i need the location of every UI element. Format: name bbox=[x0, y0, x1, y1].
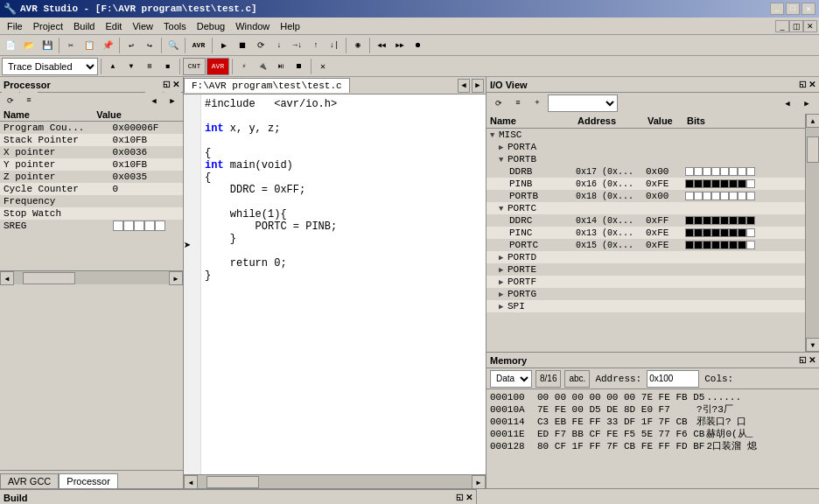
io-row-portb-grp[interactable]: ▼PORTB bbox=[486, 153, 805, 165]
undo-button[interactable]: ↩ bbox=[122, 37, 140, 54]
io-row-portc-reg[interactable]: PORTC 0x15 (0x... 0xFE bbox=[486, 239, 805, 251]
menu-help[interactable]: Help bbox=[275, 19, 305, 33]
io-vscroll-track[interactable] bbox=[806, 128, 819, 338]
menu-build[interactable]: Build bbox=[68, 19, 100, 33]
menu-tools[interactable]: Tools bbox=[158, 19, 192, 33]
memory-address-input[interactable] bbox=[647, 370, 699, 388]
extra3[interactable]: ⏺ bbox=[410, 37, 427, 54]
io-vscroll-up[interactable]: ▲ bbox=[806, 114, 819, 128]
memory-close-button[interactable]: ✕ bbox=[808, 355, 816, 365]
trace-btn2[interactable]: ▼ bbox=[122, 58, 140, 75]
step-out[interactable]: ↑ bbox=[307, 37, 325, 54]
tab-avrgcc[interactable]: AVR GCC bbox=[0, 473, 59, 488]
save-button[interactable]: 💾 bbox=[38, 37, 56, 54]
run-to-cursor[interactable]: ↓| bbox=[326, 37, 343, 54]
editor-next-btn[interactable]: ▶ bbox=[472, 79, 484, 93]
io-btn2[interactable]: ≡ bbox=[509, 94, 527, 112]
step-over[interactable]: →↓ bbox=[289, 37, 306, 54]
menu-debug[interactable]: Debug bbox=[192, 19, 230, 33]
hscroll-right-btn[interactable]: ▶ bbox=[169, 271, 183, 285]
proc-btn2[interactable]: ≡ bbox=[20, 92, 38, 109]
memory-content[interactable]: 000100 00 00 00 00 00 00 7E FE FB D5 ...… bbox=[486, 389, 819, 488]
io-row-timer1[interactable]: ▶TIMER_COU bbox=[486, 312, 805, 313]
menu-close-button[interactable]: ✕ bbox=[803, 20, 817, 32]
close-button[interactable]: ✕ bbox=[802, 3, 816, 15]
trace-x[interactable]: ✕ bbox=[314, 58, 332, 75]
io-close-button[interactable]: ✕ bbox=[808, 80, 816, 89]
processor-hscrollbar[interactable]: ◀ ▶ bbox=[0, 270, 183, 284]
menu-view[interactable]: View bbox=[127, 19, 158, 33]
trace-btn4[interactable]: ◼ bbox=[159, 58, 177, 75]
prog-btn1[interactable]: ⚡ bbox=[235, 58, 253, 75]
debug-reset[interactable]: ⟳ bbox=[252, 37, 270, 54]
build-btn1[interactable]: AVR bbox=[188, 37, 209, 54]
menu-edit[interactable]: Edit bbox=[100, 19, 127, 33]
trace-btn1[interactable]: ▲ bbox=[104, 58, 122, 75]
editor-hscrollbar[interactable]: ◀ ▶ bbox=[184, 474, 486, 488]
prog-btn3[interactable]: ⏯ bbox=[272, 58, 290, 75]
io-vscroll-thumb[interactable] bbox=[807, 136, 819, 163]
minimize-button[interactable]: _ bbox=[770, 3, 784, 15]
extra1[interactable]: ◀◀ bbox=[373, 37, 390, 54]
memory-type-select[interactable]: Data bbox=[490, 370, 532, 388]
breakpoint-toggle[interactable]: ◉ bbox=[349, 37, 367, 54]
io-float-button[interactable]: ◱ bbox=[799, 80, 807, 89]
io-row-portd[interactable]: ▶PORTD bbox=[486, 251, 805, 263]
paste-button[interactable]: 📌 bbox=[99, 37, 116, 54]
io-row-portg[interactable]: ▶PORTG bbox=[486, 288, 805, 300]
processor-close-button[interactable]: ✕ bbox=[172, 80, 179, 89]
editor-area[interactable]: ➤ #include <avr/io.h> int x, y, z; { int… bbox=[184, 94, 486, 474]
proc-reset-btn[interactable]: ⟳ bbox=[2, 92, 19, 109]
menu-window[interactable]: Window bbox=[230, 19, 275, 33]
io-row-portf[interactable]: ▶PORTF bbox=[486, 276, 805, 288]
processor-float-button[interactable]: ◱ bbox=[163, 80, 171, 89]
io-row-misc[interactable]: ▼MISC bbox=[486, 129, 805, 142]
io-scroll-left[interactable]: ◀ bbox=[779, 94, 796, 112]
menu-min-button[interactable]: _ bbox=[775, 20, 789, 32]
io-btn1[interactable]: ⟳ bbox=[490, 94, 508, 112]
io-vscrollbar[interactable]: ▲ ▼ bbox=[805, 114, 819, 352]
io-filter-select[interactable] bbox=[548, 94, 618, 112]
code-scroll-right[interactable]: ▶ bbox=[472, 475, 486, 489]
prog-btn4[interactable]: ⏹ bbox=[290, 58, 308, 75]
io-row-ddrb[interactable]: DDRB 0x17 (0x... 0x00 bbox=[486, 165, 805, 178]
new-file-button[interactable]: 📄 bbox=[2, 37, 19, 54]
build-float-button[interactable]: ◱ bbox=[456, 493, 464, 502]
debug-start[interactable]: ▶ bbox=[215, 37, 233, 54]
io-row-porte[interactable]: ▶PORTE bbox=[486, 263, 805, 276]
menu-bar-controls[interactable]: _ ◫ ✕ bbox=[775, 20, 817, 32]
memory-float-button[interactable]: ◱ bbox=[799, 355, 807, 365]
menu-project[interactable]: Project bbox=[28, 19, 68, 33]
io-row-portb-reg[interactable]: PORTB 0x18 (0x... 0x00 bbox=[486, 190, 805, 202]
debug-stop[interactable]: ⏹ bbox=[234, 37, 251, 54]
memory-format-abc-button[interactable]: abc. bbox=[564, 370, 590, 388]
hscroll-thumb[interactable] bbox=[23, 272, 75, 284]
build-close-button[interactable]: ✕ bbox=[466, 493, 472, 502]
io-vscroll-down[interactable]: ▼ bbox=[806, 338, 819, 352]
copy-button[interactable]: 📋 bbox=[80, 37, 98, 54]
step-into[interactable]: ↓ bbox=[270, 37, 288, 54]
proc-scroll-right[interactable]: ▶ bbox=[164, 92, 181, 109]
trace-btn3[interactable]: ⊞ bbox=[141, 58, 158, 75]
io-row-pinc[interactable]: PINC 0x13 (0x... 0xFE bbox=[486, 227, 805, 239]
extra2[interactable]: ▶▶ bbox=[391, 37, 409, 54]
tab-processor[interactable]: Processor bbox=[59, 473, 118, 488]
menu-file[interactable]: File bbox=[2, 19, 28, 33]
io-row-spi[interactable]: ▶SPI bbox=[486, 300, 805, 312]
code-editor[interactable]: #include <avr/io.h> int x, y, z; { int m… bbox=[201, 94, 340, 474]
maximize-button[interactable]: □ bbox=[786, 3, 800, 15]
io-row-portc-grp[interactable]: ▼PORTC bbox=[486, 202, 805, 214]
avr-btn[interactable]: AVR bbox=[206, 58, 229, 75]
open-button[interactable]: 📂 bbox=[20, 37, 38, 54]
prog-btn2[interactable]: 🔌 bbox=[254, 58, 271, 75]
io-table-scroll[interactable]: Name Address Value Bits ▼MISC bbox=[486, 114, 805, 313]
redo-button[interactable]: ↪ bbox=[141, 37, 158, 54]
io-row-porta[interactable]: ▶PORTA bbox=[486, 141, 805, 153]
io-row-ddrc[interactable]: DDRC 0x14 (0x... 0xFF bbox=[486, 214, 805, 227]
hscroll-left-btn[interactable]: ◀ bbox=[0, 271, 14, 285]
code-scroll-left[interactable]: ◀ bbox=[184, 475, 198, 489]
trace-disabled-select[interactable]: Trace Disabled Trace Enabled bbox=[2, 58, 98, 75]
file-tab[interactable]: F:\AVR program\test\test.c bbox=[184, 78, 350, 93]
io-btn3[interactable]: + bbox=[528, 94, 546, 112]
find-button[interactable]: 🔍 bbox=[164, 37, 182, 54]
